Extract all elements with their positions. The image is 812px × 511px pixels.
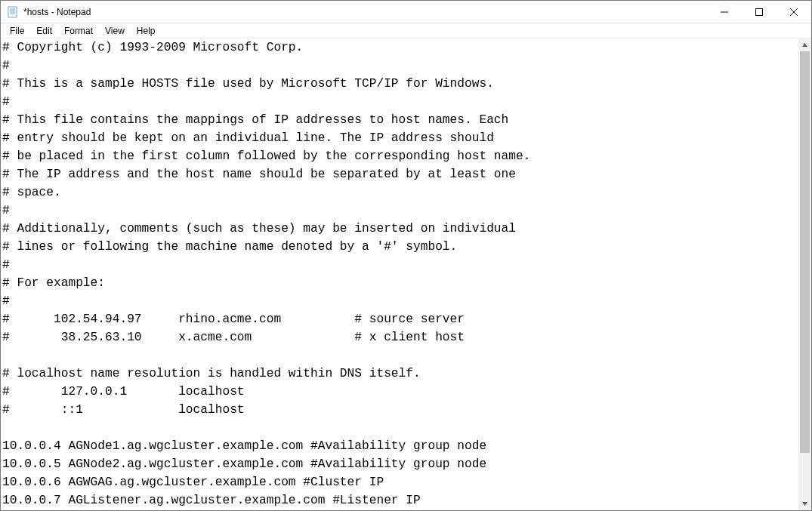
svg-marker-10 [802, 502, 807, 506]
menu-view[interactable]: View [99, 25, 131, 37]
scrollbar-thumb[interactable] [800, 51, 810, 453]
text-editor[interactable]: # Copyright (c) 1993-2009 Microsoft Corp… [1, 38, 798, 510]
menu-format[interactable]: Format [58, 25, 99, 37]
scroll-up-arrow-icon[interactable] [798, 38, 811, 51]
svg-rect-6 [756, 8, 763, 15]
svg-marker-9 [802, 43, 807, 47]
menu-file[interactable]: File [4, 25, 30, 37]
notepad-icon [7, 6, 19, 18]
notepad-window: *hosts - Notepad File Edit Format View H… [0, 0, 812, 511]
menu-bar: File Edit Format View Help [1, 23, 811, 38]
scroll-down-arrow-icon[interactable] [798, 497, 811, 510]
scrollbar-track[interactable] [798, 51, 811, 497]
minimize-button[interactable] [707, 1, 742, 23]
menu-edit[interactable]: Edit [30, 25, 58, 37]
vertical-scrollbar[interactable] [798, 38, 811, 510]
window-title: *hosts - Notepad [23, 7, 91, 17]
close-button[interactable] [776, 1, 811, 23]
title-bar[interactable]: *hosts - Notepad [1, 1, 811, 23]
maximize-button[interactable] [742, 1, 776, 23]
menu-help[interactable]: Help [131, 25, 162, 37]
client-area: # Copyright (c) 1993-2009 Microsoft Corp… [1, 38, 811, 510]
